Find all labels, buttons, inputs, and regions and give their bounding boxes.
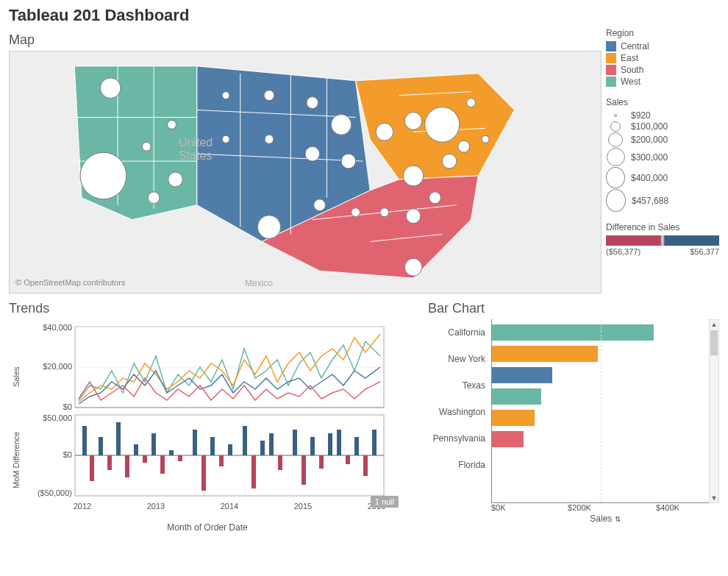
svg-rect-50 — [372, 430, 377, 455]
legend-region-header: Region — [606, 28, 719, 38]
svg-rect-19 — [82, 426, 87, 455]
scroll-thumb[interactable] — [710, 330, 718, 355]
map-bubble[interactable] — [406, 209, 421, 224]
svg-rect-33 — [210, 437, 215, 455]
bar-row-bar[interactable] — [492, 346, 598, 362]
svg-rect-21 — [99, 437, 103, 455]
legend-size-row[interactable]: $920 — [606, 110, 719, 121]
svg-rect-36 — [243, 426, 247, 455]
bar-row-bar[interactable] — [492, 324, 654, 341]
map-bubble[interactable] — [148, 192, 160, 204]
map-bubble[interactable] — [404, 112, 422, 129]
bar-row-bar[interactable] — [492, 410, 535, 426]
svg-rect-24 — [125, 455, 129, 477]
legend-size-row[interactable]: $200,000 — [606, 132, 719, 147]
legend-size-label: $200,000 — [631, 135, 675, 145]
svg-rect-34 — [219, 455, 224, 466]
map-bubble[interactable] — [314, 199, 326, 211]
svg-rect-26 — [143, 455, 147, 463]
svg-rect-23 — [116, 422, 121, 455]
svg-rect-20 — [90, 455, 94, 481]
map-bubble[interactable] — [305, 146, 320, 161]
map-bubble[interactable] — [341, 154, 356, 168]
legend-item-east[interactable]: East — [606, 53, 719, 63]
legend-size-row[interactable]: $457,688 — [606, 189, 719, 212]
legend-size-row[interactable]: $400,000 — [606, 167, 719, 188]
legend-size-label: $920 — [631, 110, 675, 121]
map-bubble-newyork[interactable] — [425, 107, 460, 143]
legend-item-south[interactable]: South — [606, 65, 719, 75]
bar-x-label: Sales ⇅ — [491, 513, 719, 524]
legend-size-row[interactable]: $300,000 — [606, 148, 719, 166]
svg-rect-22 — [107, 455, 112, 470]
map-bubble[interactable] — [168, 172, 183, 187]
svg-rect-31 — [193, 430, 197, 455]
map-bubble[interactable] — [467, 99, 476, 107]
bar-row-label: Washington — [428, 399, 491, 425]
map-attribution: © OpenStreetMap contributors — [15, 278, 125, 287]
trends-y1-tick: $20,000 — [43, 362, 72, 371]
bar-row-label: Florida — [428, 452, 491, 478]
bar-row-label: Pennsylvania — [428, 425, 491, 452]
map-bubble-texas[interactable] — [257, 216, 280, 239]
map-bubble[interactable] — [142, 142, 151, 151]
map-bubble-florida[interactable] — [404, 258, 422, 276]
trends-x-tick: 2012 — [74, 502, 91, 511]
svg-rect-27 — [151, 433, 156, 455]
map-bubble[interactable] — [307, 97, 318, 109]
legend-size-row[interactable]: $100,000 — [606, 121, 719, 132]
bar-row-bar[interactable] — [492, 388, 541, 405]
trends-y1-label: Sales — [12, 366, 21, 387]
bar-row-bar[interactable] — [492, 431, 524, 447]
map-country-label: Mexico — [245, 278, 273, 288]
null-indicator[interactable]: 1 null — [371, 496, 399, 508]
bar-viz[interactable]: CaliforniaNew YorkTexasWashingtonPennsyl… — [428, 319, 719, 503]
map-bubble-california[interactable] — [80, 152, 126, 199]
trends-y2-tick: ($50,000) — [38, 488, 72, 497]
map-bubble[interactable] — [403, 166, 423, 186]
bar-scrollbar[interactable]: ▲ ▼ — [709, 319, 719, 503]
map-bubble[interactable] — [222, 135, 229, 143]
map-bubble[interactable] — [376, 123, 393, 141]
map-bubble[interactable] — [264, 90, 274, 101]
map-bubble[interactable] — [222, 92, 229, 99]
svg-rect-49 — [363, 455, 368, 476]
sort-icon[interactable]: ⇅ — [615, 515, 621, 523]
legend-sales-header: Sales — [606, 97, 719, 107]
trends-viz[interactable]: Sales MoM Difference $0 $20,000 $40,000 — [9, 319, 406, 533]
legend-diff-gradient[interactable] — [606, 235, 719, 246]
legend-diff-max: $56,377 — [690, 247, 719, 256]
svg-rect-29 — [169, 450, 174, 455]
bar-row-bar[interactable] — [492, 367, 552, 383]
scroll-down-icon[interactable]: ▼ — [711, 494, 718, 502]
map-bubble[interactable] — [331, 114, 351, 135]
map-bubble[interactable] — [458, 141, 470, 152]
svg-rect-40 — [278, 455, 282, 470]
legend-item-central[interactable]: Central — [606, 41, 719, 51]
svg-rect-48 — [354, 437, 359, 455]
map-bubble[interactable] — [351, 208, 360, 217]
legend-size-label: $100,000 — [631, 121, 675, 132]
map-bubble[interactable] — [265, 135, 274, 143]
map-bubble[interactable] — [168, 120, 176, 129]
trends-x-label: Month of Order Date — [9, 522, 406, 533]
map-bubble[interactable] — [442, 154, 457, 168]
map-bubble[interactable] — [482, 135, 489, 143]
bar-section-title: Bar Chart — [428, 296, 719, 319]
dashboard-title: Tableau 201 Dashboard — [0, 0, 728, 28]
map-bubble[interactable] — [380, 208, 389, 217]
legend-size-label: $300,000 — [631, 152, 675, 163]
legend-diff-header: Difference in Sales — [606, 222, 719, 232]
legend-diff: Difference in Sales ($56,377) $56,377 — [606, 222, 719, 256]
map-viz[interactable]: United States Mexico © OpenStreetMap con… — [9, 51, 602, 294]
legend-size-label: $400,000 — [631, 173, 675, 183]
scroll-up-icon[interactable]: ▲ — [711, 320, 718, 329]
map-bubble[interactable] — [101, 78, 121, 99]
bar-x-tick: $0K — [491, 503, 535, 512]
trends-y1-tick: $40,000 — [43, 323, 72, 332]
legend-item-west[interactable]: West — [606, 77, 719, 87]
map-bubble[interactable] — [429, 192, 441, 204]
bar-row-label: California — [428, 319, 491, 346]
svg-rect-39 — [269, 433, 274, 455]
trends-x-tick: 2014 — [221, 502, 238, 511]
